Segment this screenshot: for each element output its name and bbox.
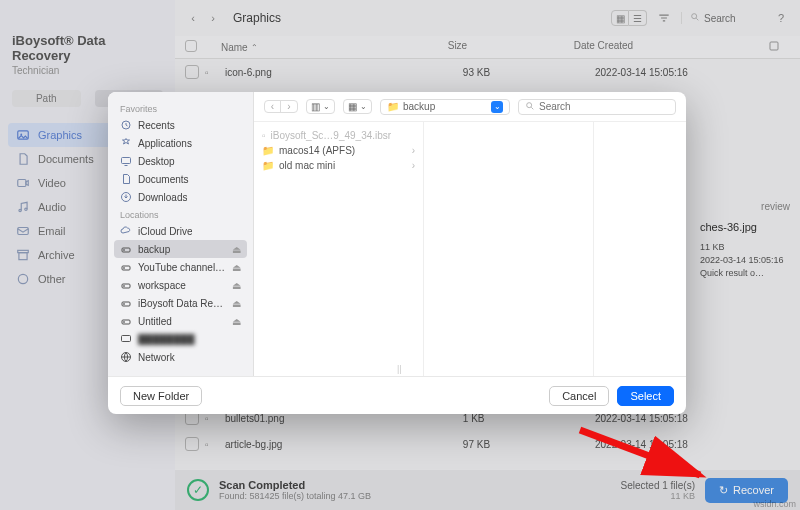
drive-icon bbox=[120, 279, 132, 291]
network-icon bbox=[120, 351, 132, 363]
select-button[interactable]: Select bbox=[617, 386, 674, 406]
clock-icon bbox=[120, 119, 132, 131]
desktop-icon bbox=[120, 155, 132, 167]
svg-point-21 bbox=[124, 304, 125, 305]
dialog-toolbar: ‹ › ▥⌄ ▦⌄ 📁 backup ⌄ bbox=[254, 92, 686, 122]
dialog-location-backup[interactable]: backup ⏏ bbox=[114, 240, 247, 258]
folder-icon: 📁 bbox=[387, 101, 399, 112]
display-icon bbox=[120, 333, 132, 345]
svg-rect-12 bbox=[122, 158, 131, 164]
dialog-folder-item[interactable]: 📁 old mac mini › bbox=[258, 158, 419, 173]
download-icon bbox=[120, 191, 132, 203]
dialog-location-iboysoft[interactable]: iBoysoft Data Reco… ⏏ bbox=[114, 294, 247, 312]
search-icon bbox=[525, 101, 535, 113]
dialog-location-redacted[interactable]: ████████ bbox=[114, 330, 247, 348]
open-dialog: Favorites Recents Applications Desktop D… bbox=[108, 92, 686, 414]
dialog-footer: New Folder Cancel Select bbox=[108, 376, 686, 414]
chevron-down-icon: ⌄ bbox=[360, 102, 367, 111]
eject-icon[interactable]: ⏏ bbox=[232, 298, 241, 309]
dialog-sidebar: Favorites Recents Applications Desktop D… bbox=[108, 92, 254, 376]
eject-icon[interactable]: ⏏ bbox=[232, 316, 241, 327]
dialog-nav-forward[interactable]: › bbox=[281, 101, 297, 112]
folder-icon: 📁 bbox=[262, 160, 274, 171]
dialog-favorite-documents[interactable]: Documents bbox=[114, 170, 247, 188]
svg-point-15 bbox=[124, 250, 125, 251]
dialog-location-workspace[interactable]: workspace ⏏ bbox=[114, 276, 247, 294]
drive-icon bbox=[120, 315, 132, 327]
apps-icon bbox=[120, 137, 132, 149]
svg-point-26 bbox=[527, 102, 532, 107]
cancel-button[interactable]: Cancel bbox=[549, 386, 609, 406]
svg-point-17 bbox=[124, 268, 125, 269]
dialog-view-columns[interactable]: ▥⌄ bbox=[306, 99, 335, 114]
dialog-folder-item[interactable]: 📁 macos14 (APFS) › bbox=[258, 143, 419, 158]
folder-icon: 📁 bbox=[262, 145, 274, 156]
dialog-search-input[interactable] bbox=[539, 101, 669, 112]
dialog-location-untitled[interactable]: Untitled ⏏ bbox=[114, 312, 247, 330]
drive-icon bbox=[120, 261, 132, 273]
grid-icon: ▦ bbox=[348, 101, 357, 112]
favorites-header: Favorites bbox=[114, 100, 247, 116]
eject-icon[interactable]: ⏏ bbox=[232, 244, 241, 255]
dialog-favorite-downloads[interactable]: Downloads bbox=[114, 188, 247, 206]
svg-point-23 bbox=[124, 322, 125, 323]
watermark: wsidn.com bbox=[753, 499, 796, 509]
svg-point-19 bbox=[124, 286, 125, 287]
drive-icon bbox=[120, 243, 132, 255]
drive-icon bbox=[120, 297, 132, 309]
dialog-location-youtube[interactable]: YouTube channel ba… ⏏ bbox=[114, 258, 247, 276]
chevron-right-icon: › bbox=[412, 160, 415, 171]
column-resizer[interactable]: || bbox=[397, 364, 402, 374]
eject-icon[interactable]: ⏏ bbox=[232, 280, 241, 291]
dialog-favorite-applications[interactable]: Applications bbox=[114, 134, 247, 152]
dialog-nav-back[interactable]: ‹ bbox=[265, 101, 281, 112]
icloud-icon bbox=[120, 225, 132, 237]
columns-view-icon: ▥ bbox=[311, 101, 320, 112]
dialog-favorite-recents[interactable]: Recents bbox=[114, 116, 247, 134]
dialog-location-network[interactable]: Network bbox=[114, 348, 247, 366]
dialog-file-item[interactable]: ▫ iBoysoft_Sc…9_49_34.ibsr bbox=[258, 128, 419, 143]
new-folder-button[interactable]: New Folder bbox=[120, 386, 202, 406]
svg-rect-24 bbox=[122, 336, 131, 342]
doc-icon bbox=[120, 173, 132, 185]
chevron-down-icon: ⌄ bbox=[323, 102, 330, 111]
locations-header: Locations bbox=[114, 206, 247, 222]
location-dropdown-icon[interactable]: ⌄ bbox=[491, 101, 503, 113]
dialog-location-icloud[interactable]: iCloud Drive bbox=[114, 222, 247, 240]
file-icon: ▫ bbox=[262, 130, 266, 141]
dialog-column-view: ▫ iBoysoft_Sc…9_49_34.ibsr 📁 macos14 (AP… bbox=[254, 122, 686, 376]
chevron-right-icon: › bbox=[412, 145, 415, 156]
eject-icon[interactable]: ⏏ bbox=[232, 262, 241, 273]
dialog-favorite-desktop[interactable]: Desktop bbox=[114, 152, 247, 170]
dialog-group-menu[interactable]: ▦⌄ bbox=[343, 99, 372, 114]
dialog-location-picker[interactable]: 📁 backup ⌄ bbox=[380, 99, 510, 115]
